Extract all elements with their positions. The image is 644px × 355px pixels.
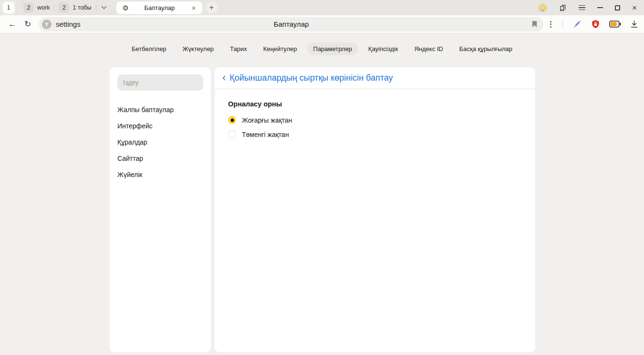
window-restore-button[interactable] <box>615 5 620 10</box>
tab-bar: 1 2 work 2 1 тобы ⚙ Баптаулар × + <box>0 0 644 15</box>
tab-groups-expand-button[interactable] <box>96 6 112 10</box>
gear-icon: ⚙ <box>123 4 129 11</box>
tab-group-label: work <box>37 4 50 11</box>
nav-item-settings[interactable]: Параметрлер <box>307 42 359 55</box>
tab-group-count: 1 <box>3 2 14 13</box>
toolbar: ← ↻ Y settings Баптаулар <box>0 15 644 33</box>
urlbar-more-button[interactable] <box>548 21 553 28</box>
tab-group-1-toby[interactable]: 2 1 тобы <box>54 2 95 13</box>
nav-item-security[interactable]: Қауіпсіздік <box>362 42 404 55</box>
sidebar-item-general[interactable]: Жалпы баптаулар <box>117 105 203 115</box>
url-text: settings <box>56 20 81 28</box>
side-panels-button[interactable] <box>559 4 567 12</box>
chevron-down-icon <box>101 6 107 10</box>
tab-group-label: 1 тобы <box>73 4 91 11</box>
reload-button[interactable]: ↻ <box>20 17 35 31</box>
tab-group-count: 2 <box>23 2 34 13</box>
nav-item-extensions[interactable]: Кеңейтулер <box>257 42 303 55</box>
bookmark-icon <box>531 21 538 28</box>
nav-item-history[interactable]: Тарих <box>224 42 253 55</box>
battery-button[interactable] <box>609 21 621 28</box>
radio-option-top[interactable]: Жоғарғы жақтан <box>228 116 522 124</box>
download-icon <box>630 20 638 29</box>
divider <box>562 21 563 28</box>
site-badge-icon: Y <box>42 20 52 29</box>
page-title: Баптаулар <box>274 20 309 28</box>
minimize-icon <box>597 7 603 8</box>
tab-group-1[interactable]: 1 <box>2 1 15 14</box>
settings-nav: Бетбелгілер Жүктеулер Тарих Кеңейтулер П… <box>0 33 644 55</box>
protect-button[interactable] <box>591 20 600 29</box>
radio-unselected-icon[interactable] <box>228 130 236 138</box>
radio-option-bottom[interactable]: Төменгі жақтан <box>228 130 522 138</box>
tab-title: Баптаулар <box>129 4 190 11</box>
nav-item-bookmarks[interactable]: Бетбелгілер <box>125 42 173 55</box>
nav-item-other-devices[interactable]: Басқа құрылғылар <box>453 42 519 55</box>
sidebar-item-tools[interactable]: Құралдар <box>117 137 203 147</box>
shield-lock-icon <box>591 20 600 29</box>
back-chevron-icon: ‹ <box>222 73 226 83</box>
restore-icon <box>615 5 620 10</box>
content-heading: Қойыншалардың сыртқы көрінісін баптау <box>229 73 393 83</box>
sidebar-item-system[interactable]: Жүйелік <box>117 170 203 179</box>
search-input[interactable] <box>117 74 203 91</box>
section-title: Орналасу орны <box>228 100 522 108</box>
window-close-button[interactable]: × <box>632 4 637 12</box>
sidebar-item-sites[interactable]: Сайттар <box>117 154 203 163</box>
tab-close-icon[interactable]: × <box>190 4 197 11</box>
radio-label: Жоғарғы жақтан <box>242 116 292 124</box>
battery-icon <box>609 21 621 28</box>
address-bar[interactable]: Y settings Баптаулар <box>39 17 543 31</box>
nav-item-downloads[interactable]: Жүктеулер <box>177 42 220 55</box>
radio-label: Төменгі жақтан <box>242 131 289 138</box>
profile-avatar[interactable] <box>539 4 547 12</box>
kebab-icon <box>550 21 551 22</box>
sidebar-item-interface[interactable]: Интерфейс <box>117 121 203 131</box>
new-tab-button[interactable]: + <box>206 2 218 13</box>
collections-icon <box>559 4 567 12</box>
radio-selected-icon[interactable] <box>228 116 236 124</box>
content-body: Орналасу орны Жоғарғы жақтан Төменгі жақ… <box>215 89 535 156</box>
editor-quill-button[interactable] <box>572 19 582 29</box>
menu-button[interactable] <box>579 5 585 10</box>
settings-content: ‹ Қойыншалардың сыртқы көрінісін баптау … <box>215 67 535 352</box>
downloads-button[interactable] <box>630 20 638 29</box>
back-header[interactable]: ‹ Қойыншалардың сыртқы көрінісін баптау <box>215 67 535 89</box>
tab-settings[interactable]: ⚙ Баптаулар × <box>116 1 202 14</box>
tab-group-work[interactable]: 2 work <box>19 2 54 13</box>
bookmark-button[interactable] <box>531 21 538 28</box>
back-button[interactable]: ← <box>5 17 20 31</box>
sidebar-list: Жалпы баптаулар Интерфейс Құралдар Сайтт… <box>117 105 203 179</box>
close-icon: × <box>632 4 637 12</box>
tab-group-count: 2 <box>59 2 69 13</box>
settings-sidebar: Жалпы баптаулар Интерфейс Құралдар Сайтт… <box>110 67 211 352</box>
quill-icon <box>572 19 582 29</box>
menu-icon <box>579 5 585 6</box>
nav-item-yandex-id[interactable]: Яндекс ID <box>408 42 449 55</box>
window-minimize-button[interactable] <box>597 7 603 8</box>
